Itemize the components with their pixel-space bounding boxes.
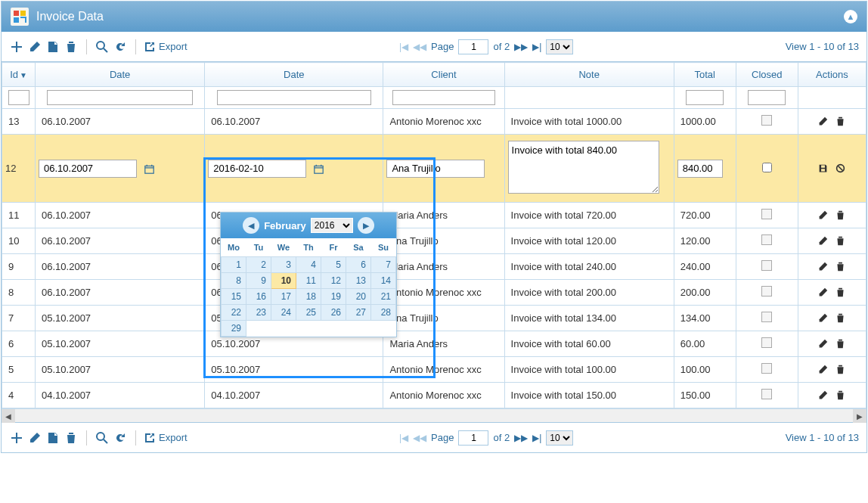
- datepicker-day-cell[interactable]: 12: [321, 272, 346, 288]
- row-delete-button[interactable]: [835, 116, 845, 126]
- filter-date2[interactable]: [217, 90, 371, 105]
- view-button[interactable]: [45, 430, 60, 446]
- col-note[interactable]: Note: [504, 63, 674, 87]
- closed-checkbox[interactable]: [761, 209, 772, 219]
- datepicker-day-cell[interactable]: 10: [271, 272, 296, 288]
- row-delete-button[interactable]: [835, 313, 845, 323]
- datepicker-day-cell[interactable]: 26: [321, 304, 346, 320]
- col-client[interactable]: Client: [383, 63, 504, 87]
- refresh-button[interactable]: [113, 39, 128, 54]
- datepicker-day-cell[interactable]: 22: [222, 304, 246, 320]
- edit-note-textarea[interactable]: Invoice with total 840.00: [508, 141, 659, 194]
- datepicker-day-cell[interactable]: 24: [271, 304, 296, 320]
- datepicker-day-cell[interactable]: 4: [296, 256, 321, 272]
- row-delete-button[interactable]: [835, 339, 845, 349]
- edit-button[interactable]: [27, 430, 42, 446]
- datepicker-day-cell[interactable]: 29: [222, 320, 246, 336]
- scroll-left-icon[interactable]: ◀: [2, 409, 15, 423]
- row-cancel-button[interactable]: [835, 163, 845, 173]
- row-edit-button[interactable]: [818, 339, 828, 349]
- add-button[interactable]: [9, 430, 24, 446]
- row-delete-button[interactable]: [835, 210, 845, 220]
- closed-checkbox[interactable]: [761, 312, 772, 322]
- filter-closed[interactable]: [748, 90, 786, 105]
- closed-checkbox[interactable]: [761, 337, 772, 348]
- next-page-button[interactable]: ▶▶: [514, 42, 528, 52]
- row-edit-button[interactable]: [818, 313, 828, 323]
- edit-date1-input[interactable]: [39, 160, 137, 178]
- row-delete-button[interactable]: [835, 365, 845, 374]
- datepicker-day-cell[interactable]: 27: [346, 304, 371, 320]
- row-edit-button[interactable]: [818, 236, 828, 246]
- search-button[interactable]: [95, 39, 110, 54]
- datepicker-day-cell[interactable]: 20: [346, 288, 371, 304]
- datepicker-day-cell[interactable]: 17: [271, 288, 296, 304]
- datepicker-day-cell[interactable]: 7: [371, 256, 396, 272]
- filter-client[interactable]: [392, 90, 495, 105]
- view-button[interactable]: [45, 39, 60, 54]
- datepicker-day-cell[interactable]: 18: [296, 288, 321, 304]
- datepicker-day-cell[interactable]: 19: [321, 288, 346, 304]
- refresh-button[interactable]: [113, 430, 128, 446]
- page-input[interactable]: [458, 39, 488, 54]
- row-edit-button[interactable]: [818, 116, 828, 126]
- row-delete-button[interactable]: [835, 390, 845, 400]
- datepicker-day-cell[interactable]: 14: [371, 272, 396, 288]
- per-page-select[interactable]: 10: [546, 430, 573, 446]
- edit-client-input[interactable]: [386, 160, 485, 178]
- edit-closed-checkbox[interactable]: [762, 163, 772, 172]
- calendar-icon[interactable]: [311, 162, 326, 177]
- row-edit-button[interactable]: [818, 365, 828, 374]
- horizontal-scrollbar[interactable]: ◀ ▶: [2, 408, 866, 422]
- collapse-button[interactable]: ▲: [844, 10, 857, 23]
- col-id[interactable]: Id▼: [2, 63, 36, 87]
- datepicker-year-select[interactable]: 2016: [311, 218, 353, 233]
- row-delete-button[interactable]: [835, 236, 845, 246]
- first-page-button[interactable]: |◀: [399, 433, 408, 443]
- edit-button[interactable]: [27, 39, 42, 54]
- calendar-icon[interactable]: [141, 162, 157, 177]
- filter-date1[interactable]: [47, 90, 194, 105]
- datepicker-day-cell[interactable]: 8: [222, 272, 246, 288]
- datepicker-day-cell[interactable]: 6: [346, 256, 371, 272]
- datepicker-day-cell[interactable]: 16: [246, 288, 271, 304]
- filter-id[interactable]: [8, 90, 29, 105]
- add-button[interactable]: [9, 39, 24, 54]
- datepicker-day-cell[interactable]: 23: [246, 304, 271, 320]
- col-closed[interactable]: Closed: [736, 63, 798, 87]
- row-delete-button[interactable]: [835, 287, 845, 297]
- datepicker-prev-button[interactable]: ◀: [243, 217, 259, 234]
- search-button[interactable]: [95, 430, 110, 446]
- prev-page-button[interactable]: ◀◀: [413, 433, 426, 443]
- closed-checkbox[interactable]: [761, 115, 772, 126]
- datepicker-day-cell[interactable]: 25: [296, 304, 321, 320]
- datepicker-day-cell[interactable]: 15: [222, 288, 246, 304]
- last-page-button[interactable]: ▶|: [532, 42, 541, 52]
- export-button[interactable]: Export: [144, 41, 188, 53]
- row-save-button[interactable]: [818, 163, 828, 173]
- delete-button[interactable]: [64, 39, 79, 54]
- closed-checkbox[interactable]: [761, 260, 772, 271]
- delete-button[interactable]: [64, 430, 79, 446]
- col-total[interactable]: Total: [674, 63, 736, 87]
- col-date2[interactable]: Date: [205, 63, 383, 87]
- row-edit-button[interactable]: [818, 287, 828, 297]
- last-page-button[interactable]: ▶|: [532, 433, 541, 443]
- datepicker-next-button[interactable]: ▶: [358, 217, 374, 234]
- prev-page-button[interactable]: ◀◀: [413, 42, 426, 52]
- edit-date2-input[interactable]: [208, 160, 306, 178]
- datepicker-day-cell[interactable]: 13: [346, 272, 371, 288]
- datepicker-day-cell[interactable]: 9: [246, 272, 271, 288]
- row-edit-button[interactable]: [818, 210, 828, 220]
- closed-checkbox[interactable]: [761, 234, 772, 245]
- col-date1[interactable]: Date: [36, 63, 205, 87]
- datepicker-day-cell[interactable]: 21: [371, 288, 396, 304]
- closed-checkbox[interactable]: [761, 389, 772, 399]
- closed-checkbox[interactable]: [761, 363, 772, 374]
- closed-checkbox[interactable]: [761, 286, 772, 297]
- per-page-select[interactable]: 10: [546, 39, 573, 54]
- scroll-right-icon[interactable]: ▶: [853, 409, 866, 423]
- page-input[interactable]: [458, 430, 488, 446]
- datepicker-day-cell[interactable]: 11: [296, 272, 321, 288]
- filter-total[interactable]: [686, 90, 724, 105]
